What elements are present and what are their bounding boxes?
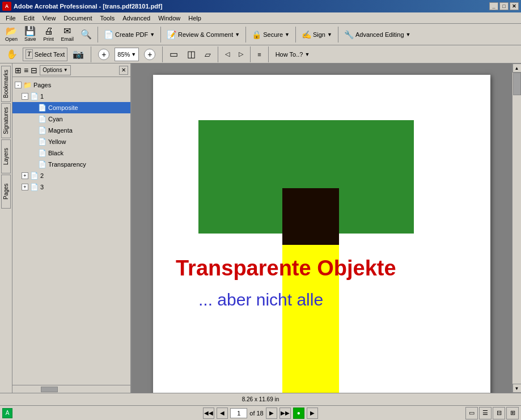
zoom-in-icon: + — [98, 49, 109, 60]
tree-page1[interactable]: - 📄 1 — [12, 91, 130, 102]
facing-view-button[interactable]: ⊟ — [493, 407, 505, 419]
tree-expand-page1[interactable]: - — [22, 93, 28, 100]
single-page-view-button[interactable]: ▭ — [465, 407, 478, 419]
minimize-button[interactable]: _ — [489, 2, 498, 10]
first-page-button[interactable]: ◀◀ — [203, 408, 214, 419]
tree-magenta[interactable]: 📄 Magenta — [12, 125, 130, 136]
pdf-heading: Transparente Objekte — [176, 256, 396, 281]
continuous-view-button[interactable]: ☰ — [479, 407, 492, 419]
next-page-button[interactable]: ▶ — [266, 408, 277, 419]
panel-icon-menu[interactable]: ≡ — [24, 66, 28, 75]
bottom-view-icons: ▭ ☰ ⊟ ⊞ — [465, 407, 519, 419]
open-label: Open — [5, 36, 18, 42]
howto-button[interactable]: How To..? ▼ — [272, 48, 314, 61]
panel-options-button[interactable]: Options ▼ — [40, 65, 70, 75]
signatures-tab[interactable]: Signatures — [1, 103, 11, 138]
page2-icon: 📄 — [29, 171, 39, 180]
tree-expand-root[interactable]: - — [15, 82, 22, 88]
email-label: Email — [61, 36, 74, 42]
tree-composite[interactable]: 📄 Composite — [12, 102, 130, 113]
tree-transparency[interactable]: 📄 Transparency — [12, 159, 130, 170]
panel-icon-collapse[interactable]: ⊟ — [31, 66, 37, 75]
refresh-button[interactable]: ● — [293, 408, 304, 419]
menu-file[interactable]: File — [2, 13, 19, 23]
tree-expand-page3[interactable]: + — [22, 184, 28, 190]
panel-scroll[interactable]: - 📁 Pages - 📄 1 📄 Composite 📄 Cyan — [12, 77, 130, 385]
sign-dropdown-icon[interactable]: ▼ — [327, 32, 332, 37]
review-button[interactable]: 📝 Review & Comment ▼ — [164, 26, 243, 44]
last-page-button[interactable]: ▶▶ — [279, 408, 291, 419]
zoom-out-button[interactable]: + — [140, 48, 159, 61]
right-scrollbar[interactable]: ▲ ▼ — [512, 63, 521, 393]
open-button[interactable]: 📂 Open — [2, 26, 20, 44]
panel-close-button[interactable]: ✕ — [119, 66, 128, 75]
secure-button[interactable]: 🔒 Secure ▼ — [249, 26, 293, 44]
menu-document[interactable]: Document — [60, 13, 95, 23]
hand-icon: ✋ — [6, 49, 18, 60]
tree-yellow[interactable]: 📄 Yellow — [12, 136, 130, 147]
panel-icon-list[interactable]: ⊞ — [15, 66, 22, 75]
hand-tool-button[interactable]: ✋ — [2, 48, 22, 61]
select-text-button[interactable]: T Select Text — [23, 48, 67, 61]
create-pdf-dropdown-icon[interactable]: ▼ — [150, 32, 155, 37]
next-view-icon: ▷ — [239, 50, 243, 58]
page-number-input[interactable] — [230, 408, 247, 418]
menu-window[interactable]: Window — [155, 13, 184, 23]
pages-tab[interactable]: Pages — [1, 175, 11, 209]
menu-help[interactable]: Help — [185, 13, 205, 23]
reflow-button[interactable]: ≡ — [253, 48, 265, 61]
tree-page2[interactable]: + 📄 2 — [12, 170, 130, 181]
forward-button[interactable]: ▶ — [307, 408, 318, 419]
tree-black[interactable]: 📄 Black — [12, 147, 130, 159]
zoom-in-button[interactable]: + — [94, 48, 113, 61]
advanced-editing-button[interactable]: 🔧 Advanced Editing ▼ — [341, 26, 414, 44]
close-button[interactable]: ✕ — [510, 2, 519, 10]
scroll-down-button[interactable]: ▼ — [512, 384, 522, 393]
create-pdf-icon: 📄 — [104, 31, 113, 39]
menu-view[interactable]: View — [39, 13, 60, 23]
page-total-label: of 18 — [249, 410, 263, 417]
pdf-view-area[interactable]: Transparente Objekte ... aber nicht alle — [132, 63, 512, 393]
toolbar-main: 📂 Open 💾 Save 🖨 Print ✉ Email 🔍 📄 Create… — [0, 24, 521, 45]
secure-dropdown-icon[interactable]: ▼ — [285, 32, 290, 37]
scroll-thumb[interactable] — [513, 73, 521, 95]
zoom-dropdown-icon[interactable]: ▼ — [131, 52, 136, 57]
secure-icon: 🔒 — [252, 31, 261, 39]
tree-expand-page2[interactable]: + — [22, 172, 28, 179]
transparency-icon: 📄 — [37, 160, 46, 169]
sign-button[interactable]: ✍ Sign ▼ — [299, 26, 335, 44]
panel-hscroll[interactable] — [12, 385, 130, 393]
create-pdf-button[interactable]: 📄 Create PDF ▼ — [101, 26, 158, 44]
tree-page3[interactable]: + 📄 3 — [12, 181, 130, 193]
bookmarks-tab[interactable]: Bookmarks — [1, 66, 11, 102]
howto-dropdown-icon[interactable]: ▼ — [304, 52, 310, 57]
review-dropdown-icon[interactable]: ▼ — [235, 32, 240, 37]
advanced-editing-dropdown-icon[interactable]: ▼ — [406, 32, 411, 37]
search-button[interactable]: 🔍 — [78, 26, 95, 44]
menu-edit[interactable]: Edit — [20, 13, 38, 23]
scroll-track[interactable] — [513, 73, 521, 384]
window-controls[interactable]: _ □ ✕ — [489, 2, 519, 10]
save-button[interactable]: 💾 Save — [22, 26, 39, 44]
email-button[interactable]: ✉ Email — [58, 26, 77, 44]
tree-cyan[interactable]: 📄 Cyan — [12, 113, 130, 125]
maximize-button[interactable]: □ — [499, 2, 509, 10]
fit-page-button[interactable]: ▭ — [166, 48, 182, 61]
scroll-up-button[interactable]: ▲ — [512, 63, 522, 73]
menu-tools[interactable]: Tools — [97, 13, 118, 23]
prev-view-button[interactable]: ◁ — [221, 48, 234, 61]
menu-advanced[interactable]: Advanced — [119, 13, 154, 23]
prev-page-button[interactable]: ◀ — [217, 408, 228, 419]
layers-tab[interactable]: Layers — [1, 139, 11, 173]
continuous-facing-button[interactable]: ⊞ — [506, 407, 519, 419]
print-button[interactable]: 🖨 Print — [40, 26, 57, 44]
fit-visible-button[interactable]: ▱ — [201, 48, 215, 61]
separator-5 — [338, 27, 338, 43]
snapshot-button[interactable]: 📷 — [69, 48, 88, 61]
tree-root[interactable]: - 📁 Pages — [12, 79, 130, 91]
zoom-display[interactable]: 85% ▼ — [115, 48, 139, 61]
sign-icon: ✍ — [302, 31, 311, 39]
cyan-label: Cyan — [48, 116, 63, 122]
fit-width-button[interactable]: ◫ — [183, 48, 200, 61]
next-view-button[interactable]: ▷ — [235, 48, 247, 61]
